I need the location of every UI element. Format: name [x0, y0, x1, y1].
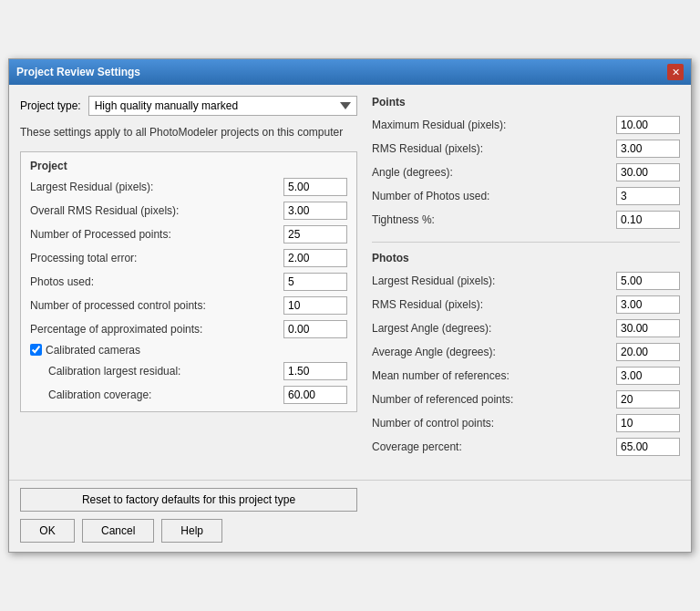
field-input-processing-error[interactable] — [283, 249, 347, 267]
photos-title: Photos — [372, 252, 680, 264]
field-row: Photos used: — [30, 273, 347, 291]
project-group: Project Largest Residual (pixels): Overa… — [20, 151, 357, 412]
field-input-num-photos[interactable] — [616, 187, 680, 205]
field-row: Angle (degrees): — [372, 163, 680, 181]
project-type-select[interactable]: High quality manually marked Standard Lo… — [88, 96, 357, 116]
field-row: Calibration largest residual: — [48, 362, 347, 380]
close-button[interactable]: ✕ — [667, 64, 684, 80]
field-label-photos-control-points: Number of control points: — [372, 417, 616, 430]
help-button[interactable]: Help — [161, 519, 222, 543]
field-row: Number of control points: — [372, 414, 680, 432]
field-input-max-residual[interactable] — [616, 116, 680, 134]
field-row: Largest Residual (pixels): — [30, 178, 347, 196]
dialog-footer: Reset to factory defaults for this proje… — [9, 480, 691, 552]
ok-button[interactable]: OK — [20, 519, 75, 543]
calibrated-cameras-row: Calibrated cameras — [30, 344, 347, 357]
field-row: Coverage percent: — [372, 438, 680, 456]
photos-group: Photos Largest Residual (pixels): RMS Re… — [372, 252, 680, 456]
field-row: Processing total error: — [30, 249, 347, 267]
field-row: Number of Processed points: — [30, 225, 347, 243]
field-input-avg-angle[interactable] — [616, 343, 680, 361]
field-label-largest-angle: Largest Angle (degrees): — [372, 322, 616, 335]
left-panel: Project type: High quality manually mark… — [20, 96, 357, 469]
reset-button[interactable]: Reset to factory defaults for this proje… — [20, 488, 357, 512]
field-input-approx-points[interactable] — [283, 320, 347, 338]
field-input-photos-rms[interactable] — [616, 295, 680, 314]
field-input-photos-largest-residual[interactable] — [616, 272, 680, 290]
field-input-tightness[interactable] — [616, 211, 680, 229]
field-label-processed-points: Number of Processed points: — [30, 228, 283, 241]
field-label-ref-points: Number of referenced points: — [372, 393, 616, 406]
field-input-ref-points[interactable] — [616, 390, 680, 409]
field-input-points-rms[interactable] — [616, 140, 680, 158]
dialog-title: Project Review Settings — [16, 66, 140, 78]
field-label-coverage-percent: Coverage percent: — [372, 440, 616, 453]
field-input-angle[interactable] — [616, 163, 680, 181]
field-label-cal-coverage: Calibration coverage: — [48, 388, 283, 401]
field-input-rms-residual[interactable] — [283, 202, 347, 220]
field-label-angle: Angle (degrees): — [372, 166, 616, 179]
field-row: Mean number of references: — [372, 367, 680, 385]
field-input-cal-largest-residual[interactable] — [283, 362, 347, 380]
field-input-control-points[interactable] — [283, 296, 347, 315]
project-type-row: Project type: High quality manually mark… — [20, 96, 357, 116]
field-label-avg-angle: Average Angle (degrees): — [372, 346, 616, 358]
field-label-num-photos: Number of Photos used: — [372, 190, 616, 202]
info-text: These settings apply to all PhotoModeler… — [20, 125, 357, 140]
calibrated-cameras-label[interactable]: Calibrated cameras — [46, 344, 140, 357]
field-label-points-rms: RMS Residual (pixels): — [372, 142, 616, 155]
right-panel: Points Maximum Residual (pixels): RMS Re… — [372, 96, 680, 469]
field-row: Largest Residual (pixels): — [372, 272, 680, 290]
field-label-rms-residual: Overall RMS Residual (pixels): — [30, 204, 283, 217]
title-bar: Project Review Settings ✕ — [9, 59, 691, 85]
project-type-label: Project type: — [20, 99, 81, 112]
field-input-cal-coverage[interactable] — [283, 386, 347, 404]
field-input-photos-control-points[interactable] — [616, 414, 680, 432]
field-input-largest-residual[interactable] — [283, 178, 347, 196]
field-label-control-points: Number of processed control points: — [30, 299, 283, 312]
field-row: Average Angle (degrees): — [372, 343, 680, 361]
field-row: Overall RMS Residual (pixels): — [30, 202, 347, 220]
field-input-photos-used[interactable] — [283, 273, 347, 291]
field-input-processed-points[interactable] — [283, 225, 347, 243]
field-row: RMS Residual (pixels): — [372, 295, 680, 314]
field-row: Number of Photos used: — [372, 187, 680, 205]
footer-buttons: OK Cancel Help — [20, 519, 680, 543]
cancel-button[interactable]: Cancel — [82, 519, 154, 543]
field-input-largest-angle[interactable] — [616, 319, 680, 337]
field-row: RMS Residual (pixels): — [372, 140, 680, 158]
field-row: Maximum Residual (pixels): — [372, 116, 680, 134]
field-label-tightness: Tightness %: — [372, 213, 616, 226]
field-row: Percentage of approximated points: — [30, 320, 347, 338]
field-row: Number of processed control points: — [30, 296, 347, 315]
field-row: Calibration coverage: — [48, 386, 347, 404]
field-label-cal-largest-residual: Calibration largest residual: — [48, 365, 283, 378]
field-row: Tightness %: — [372, 211, 680, 229]
field-label-photos-used: Photos used: — [30, 275, 283, 288]
points-group: Points Maximum Residual (pixels): RMS Re… — [372, 96, 680, 229]
field-label-photos-rms: RMS Residual (pixels): — [372, 298, 616, 311]
field-label-approx-points: Percentage of approximated points: — [30, 323, 283, 336]
project-section-title: Project — [30, 160, 347, 172]
field-row: Largest Angle (degrees): — [372, 319, 680, 337]
field-label-processing-error: Processing total error: — [30, 252, 283, 264]
project-review-settings-dialog: Project Review Settings ✕ Project type: … — [8, 58, 692, 553]
calibrated-cameras-checkbox[interactable] — [30, 344, 42, 356]
points-title: Points — [372, 96, 680, 109]
dialog-body: Project type: High quality manually mark… — [9, 85, 691, 480]
field-label-largest-residual: Largest Residual (pixels): — [30, 181, 283, 193]
field-input-coverage-percent[interactable] — [616, 438, 680, 456]
field-input-mean-refs[interactable] — [616, 367, 680, 385]
field-label-photos-largest-residual: Largest Residual (pixels): — [372, 274, 616, 287]
field-label-mean-refs: Mean number of references: — [372, 369, 616, 382]
field-label-max-residual: Maximum Residual (pixels): — [372, 119, 616, 131]
calibration-sub-group: Calibration largest residual: Calibratio… — [30, 362, 347, 404]
field-row: Number of referenced points: — [372, 390, 680, 409]
